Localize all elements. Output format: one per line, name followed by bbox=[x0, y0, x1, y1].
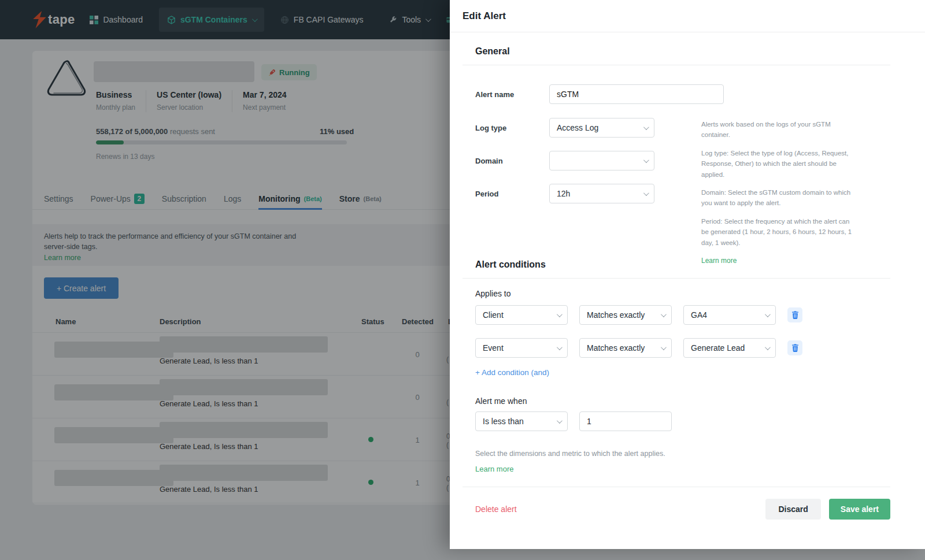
delete-alert-link[interactable]: Delete alert bbox=[475, 505, 517, 514]
metric-operator-value: Is less than bbox=[483, 417, 524, 426]
help-text-column: Alerts work based on the logs of your sG… bbox=[701, 119, 854, 266]
general-learn-more-link[interactable]: Learn more bbox=[701, 257, 737, 265]
chevron-down-icon bbox=[765, 311, 771, 317]
condition-row: Client Matches exactly GA4 bbox=[475, 305, 890, 325]
edit-alert-drawer: Edit Alert General Alert name Log type A… bbox=[450, 0, 925, 549]
divider bbox=[462, 65, 890, 65]
divider bbox=[462, 278, 890, 279]
chevron-down-icon bbox=[643, 190, 649, 196]
condition-value-value: Generate Lead bbox=[691, 343, 745, 353]
delete-condition-button[interactable] bbox=[787, 307, 802, 322]
section-general-heading: General bbox=[475, 46, 890, 57]
condition-operator-select[interactable]: Matches exactly bbox=[579, 338, 672, 358]
drawer-footer: Delete alert Discard Save alert bbox=[475, 499, 890, 520]
divider bbox=[462, 487, 890, 487]
trash-icon bbox=[791, 311, 799, 319]
alert-me-when-label: Alert me when bbox=[475, 396, 890, 406]
drawer-title: Edit Alert bbox=[462, 10, 506, 22]
help-paragraph: Period: Select the frequency at which th… bbox=[701, 216, 854, 248]
condition-operator-select[interactable]: Matches exactly bbox=[579, 305, 672, 325]
chevron-down-icon bbox=[643, 157, 649, 163]
chevron-down-icon bbox=[765, 344, 771, 350]
period-select[interactable]: 12h bbox=[549, 184, 654, 203]
log-type-value: Access Log bbox=[557, 123, 598, 132]
applies-to-label: Applies to bbox=[475, 289, 890, 298]
chevron-down-icon bbox=[557, 311, 563, 317]
metric-value-input[interactable] bbox=[579, 411, 672, 431]
condition-field-value: Event bbox=[483, 343, 504, 353]
period-label: Period bbox=[475, 184, 549, 203]
screen: tape Dashboard sGTM Containers FB CAPI G… bbox=[0, 0, 925, 560]
chevron-down-icon bbox=[661, 311, 667, 317]
help-paragraph: Domain: Select the sGTM custom domain to… bbox=[701, 187, 854, 209]
condition-operator-value: Matches exactly bbox=[587, 310, 645, 320]
condition-row: Event Matches exactly Generate Lead bbox=[475, 338, 890, 358]
metric-operator-select[interactable]: Is less than bbox=[475, 411, 568, 431]
drawer-body: General Alert name Log type Access Log bbox=[450, 46, 925, 520]
condition-field-select[interactable]: Event bbox=[475, 338, 568, 358]
chevron-down-icon bbox=[557, 344, 563, 350]
condition-field-select[interactable]: Client bbox=[475, 305, 568, 325]
alert-name-input[interactable] bbox=[549, 84, 724, 104]
discard-button[interactable]: Discard bbox=[765, 499, 820, 520]
chevron-down-icon bbox=[643, 124, 649, 130]
domain-label: Domain bbox=[475, 151, 549, 170]
condition-field-value: Client bbox=[483, 310, 504, 320]
period-value: 12h bbox=[557, 189, 570, 198]
condition-value-select[interactable]: Generate Lead bbox=[683, 338, 776, 358]
chevron-down-icon bbox=[661, 344, 667, 350]
save-alert-button[interactable]: Save alert bbox=[829, 499, 890, 520]
condition-value-value: GA4 bbox=[691, 310, 707, 320]
delete-condition-button[interactable] bbox=[787, 340, 802, 355]
general-settings-area: Log type Access Log Domain bbox=[475, 118, 890, 242]
log-type-select[interactable]: Access Log bbox=[549, 118, 654, 138]
alert-me-when-row: Is less than bbox=[475, 411, 890, 431]
domain-select[interactable] bbox=[549, 151, 654, 170]
add-condition-link[interactable]: + Add condition (and) bbox=[475, 368, 549, 377]
conditions-learn-more-link[interactable]: Learn more bbox=[475, 465, 513, 473]
alert-name-row: Alert name bbox=[475, 84, 890, 104]
help-paragraph: Log type: Select the type of log (Access… bbox=[701, 148, 854, 180]
conditions-hint: Select the dimensions and metric to whic… bbox=[475, 450, 890, 458]
drawer-header: Edit Alert bbox=[450, 0, 925, 32]
condition-operator-value: Matches exactly bbox=[587, 343, 645, 353]
trash-icon bbox=[791, 344, 799, 352]
log-type-label: Log type bbox=[475, 118, 549, 138]
alert-name-label: Alert name bbox=[475, 84, 549, 104]
help-paragraph: Alerts work based on the logs of your sG… bbox=[701, 119, 854, 140]
chevron-down-icon bbox=[557, 418, 563, 424]
condition-value-select[interactable]: GA4 bbox=[683, 305, 776, 325]
